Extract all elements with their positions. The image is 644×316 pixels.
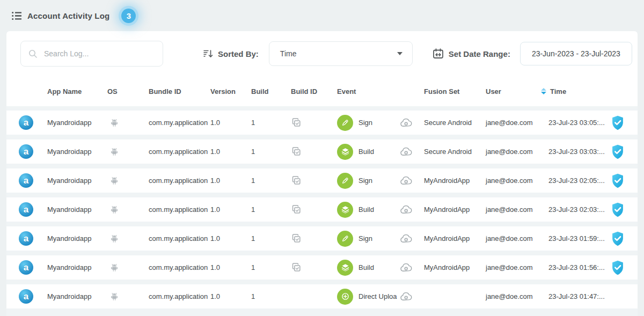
build: 1 [251,148,291,156]
app-avatar: a [19,173,33,188]
protected-shield-icon [611,231,625,246]
app-avatar: a [19,289,33,304]
fusion-set: MyAndroidApp [424,263,486,271]
bundle-id: com.my.application [149,177,210,185]
version: 1.0 [210,292,251,300]
copy-check-icon[interactable] [291,262,302,273]
version: 1.0 [210,205,251,214]
user-email: jane@doe.com [486,119,541,127]
event-label: Direct Uploa [358,292,397,300]
build: 1 [251,263,291,271]
sort-descending-icon [203,49,213,58]
col-user: User [486,87,541,95]
event-label: Build [358,148,374,156]
build: 1 [251,119,291,127]
app-avatar-letter: a [24,147,28,156]
date-range-group: Set Date Range: 23-Jun-2023 - 23-Jul-202… [433,42,632,65]
plus-circle-icon [341,292,350,301]
event-label: Sign [358,177,372,185]
time: 23-Jul-23 01:59:... [541,234,611,242]
version: 1.0 [210,234,251,242]
bundle-id: com.my.application [149,292,210,300]
app-name: Myandroidapp [47,177,107,185]
col-time: Time [550,87,566,95]
protected-shield-icon [611,173,625,188]
event-badge [337,202,353,218]
event-label: Sign [358,234,372,242]
filter-bar: Sorted By: Time Set Date Range: 23-Jun-2… [6,31,638,76]
list-icon [12,11,22,20]
event-label: Build [358,263,374,271]
table-row: a Myandroidapp com.my.application 1 [6,284,638,308]
protected-shield-icon [611,144,625,159]
android-icon [111,119,118,127]
app-avatar: a [19,231,33,246]
sorted-by-select[interactable]: Time [269,41,413,66]
app-avatar-letter: a [24,234,28,243]
version: 1.0 [210,263,251,271]
user-email: jane@doe.com [486,292,541,300]
app-avatar-letter: a [24,205,28,214]
event-badge [337,260,353,276]
copy-check-icon[interactable] [291,233,302,244]
android-icon [111,205,118,214]
date-range-label: Set Date Range: [449,49,510,58]
protected-shield-icon [611,260,625,275]
sorted-by-label: Sorted By: [218,49,259,58]
cloud-view-icon[interactable] [400,118,413,128]
time: 23-Jul-23 03:05:... [541,119,611,127]
copy-check-icon[interactable] [291,117,302,128]
table-row: a Myandroidapp com.my.application 1 [6,255,638,280]
col-event: Event [337,87,400,95]
fusion-set: MyAndroidApp [424,234,486,242]
page-title: Account Activity Log [27,11,109,20]
table-body: a Myandroidapp com.my.application 1 [6,106,638,316]
time: 23-Jul-23 03:03:... [541,148,611,156]
cloud-view-icon[interactable] [400,147,413,157]
sort-arrows-icon[interactable] [541,88,546,94]
app-name: Myandroidapp [47,148,107,156]
table-row: a Myandroidapp com.my.application 1 [6,139,638,164]
table-row: a Myandroidapp com.my.application 1 [6,226,638,251]
copy-check-icon[interactable] [291,204,302,215]
cloud-view-icon[interactable] [400,263,413,273]
version: 1.0 [210,177,251,185]
user-email: jane@doe.com [486,205,541,214]
sort-group: Sorted By: Time [203,41,413,66]
version: 1.0 [210,148,251,156]
protected-shield-icon [611,115,625,130]
table-row: a Myandroidapp com.my.application 1 [6,197,638,222]
col-os: OS [107,87,149,95]
app-avatar: a [19,260,33,275]
date-range-value[interactable]: 23-Jun-2023 - 23-Jul-2023 [520,42,632,65]
time: 23-Jul-23 02:05:... [541,177,611,185]
bundle-id: com.my.application [149,263,210,271]
event-label: Sign [358,119,372,127]
search-input[interactable] [44,49,155,58]
app-avatar-letter: a [24,176,28,185]
copy-check-icon[interactable] [291,146,302,157]
bundle-id: com.my.application [149,234,210,242]
table-row: a Myandroidapp com.my.application 1 [6,111,638,135]
version: 1.0 [210,119,251,127]
magnifier-icon [28,49,38,58]
build: 1 [251,177,291,185]
fusion-set: Secure Android [424,148,486,156]
cloud-view-icon[interactable] [400,234,413,244]
cloud-view-icon[interactable] [400,176,413,186]
app-name: Myandroidapp [47,205,107,214]
date-range-calendar-icon [433,48,444,59]
android-icon [111,177,118,185]
cloud-view-icon[interactable] [400,205,413,215]
activity-log-card: Sorted By: Time Set Date Range: 23-Jun-2… [6,31,638,316]
app-avatar-letter: a [24,292,28,301]
search-box[interactable] [20,41,163,67]
bundle-id: com.my.application [149,119,210,127]
cloud-view-icon[interactable] [400,292,413,302]
pen-icon [341,177,349,185]
app-avatar: a [19,115,33,130]
fusion-set: MyAndroidApp [424,205,486,214]
pen-icon [341,234,349,243]
app-name: Myandroidapp [47,292,107,300]
copy-check-icon[interactable] [291,175,302,186]
